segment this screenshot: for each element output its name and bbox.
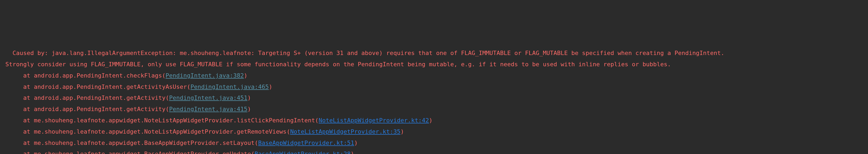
- close-paren: ): [244, 72, 247, 79]
- stack-frame: at me.shouheng.leafnote.appwidget.NoteLi…: [5, 128, 404, 135]
- source-file-link[interactable]: PendingIntent.java:451: [169, 94, 247, 101]
- open-paren: (: [187, 83, 190, 90]
- stack-frame: at me.shouheng.leafnote.appwidget.BaseAp…: [5, 140, 358, 146]
- at-prefix: at me.shouheng.leafnote.appwidget.NoteLi…: [5, 128, 286, 135]
- stack-frames-container: at android.app.PendingIntent.checkFlags(…: [5, 70, 863, 154]
- at-prefix: at android.app.PendingIntent.getActivity: [5, 94, 165, 101]
- source-file-link[interactable]: PendingIntent.java:465: [190, 83, 269, 90]
- stack-frame: at android.app.PendingIntent.getActivity…: [5, 83, 272, 90]
- close-paren: ): [269, 83, 272, 90]
- open-paren: (: [286, 128, 290, 135]
- close-paren: ): [354, 140, 358, 146]
- close-paren: ): [248, 94, 251, 101]
- open-paren: (: [165, 94, 169, 101]
- source-file-link[interactable]: PendingIntent.java:415: [169, 106, 247, 112]
- stack-frame: at android.app.PendingIntent.checkFlags(…: [5, 72, 248, 79]
- close-paren: ): [351, 151, 354, 154]
- source-file-link[interactable]: NoteListAppWidgetProvider.kt:42: [319, 117, 429, 124]
- at-prefix: at me.shouheng.leafnote.appwidget.BaseAp…: [5, 140, 254, 146]
- at-prefix: at android.app.PendingIntent.getActivity…: [5, 83, 187, 90]
- open-paren: (: [251, 151, 254, 154]
- at-prefix: at me.shouheng.leafnote.appwidget.BaseAp…: [5, 151, 251, 154]
- stack-frame: at me.shouheng.leafnote.appwidget.NoteLi…: [5, 117, 432, 124]
- at-prefix: at me.shouheng.leafnote.appwidget.NoteLi…: [5, 117, 315, 124]
- stack-frame: at android.app.PendingIntent.getActivity…: [5, 106, 251, 112]
- open-paren: (: [254, 140, 258, 146]
- source-file-link[interactable]: NoteListAppWidgetProvider.kt:35: [290, 128, 401, 135]
- stack-frame: at me.shouheng.leafnote.appwidget.BaseAp…: [5, 151, 354, 154]
- at-prefix: at android.app.PendingIntent.getActivity: [5, 106, 165, 112]
- close-paren: ): [429, 117, 432, 124]
- stack-trace-output: Caused by: java.lang.IllegalArgumentExce…: [5, 47, 863, 154]
- exception-header-line2: Strongly consider using FLAG_IMMUTABLE, …: [5, 61, 671, 68]
- close-paren: ): [248, 106, 251, 112]
- open-paren: (: [165, 106, 169, 112]
- source-file-link[interactable]: BaseAppWidgetProvider.kt:51: [258, 140, 354, 146]
- exception-header-line1: Caused by: java.lang.IllegalArgumentExce…: [5, 50, 724, 56]
- at-prefix: at android.app.PendingIntent.checkFlags: [5, 72, 162, 79]
- open-paren: (: [162, 72, 165, 79]
- source-file-link[interactable]: PendingIntent.java:382: [165, 72, 244, 79]
- open-paren: (: [315, 117, 318, 124]
- close-paren: ): [400, 128, 404, 135]
- stack-frame: at android.app.PendingIntent.getActivity…: [5, 94, 251, 101]
- source-file-link[interactable]: BaseAppWidgetProvider.kt:28: [254, 151, 351, 154]
